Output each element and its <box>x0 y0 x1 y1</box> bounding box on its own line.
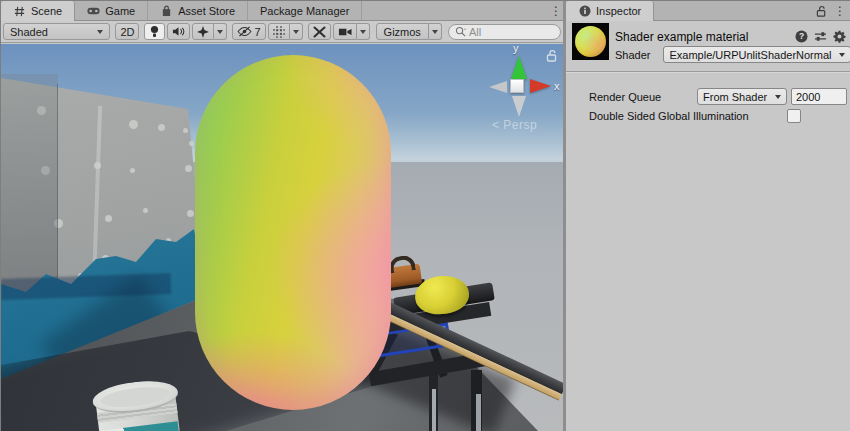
material-name: Shader example material <box>615 30 748 44</box>
scene-panel: Scene Game Asset Store Package Manager ⋮ <box>1 1 563 431</box>
eye-off-icon <box>237 26 252 37</box>
material-preview-sphere <box>575 26 606 57</box>
paint-bucket <box>91 377 183 431</box>
gizmo-center-cube[interactable] <box>510 79 524 93</box>
tab-package-manager[interactable]: Package Manager <box>248 1 362 20</box>
tabbar-spacer <box>654 1 816 20</box>
inspector-panel: Inspector ⋮ Shader example material ? <box>566 1 850 431</box>
lightbulb-icon <box>149 25 160 38</box>
component-tools-button[interactable] <box>308 23 331 40</box>
effects-icon <box>197 26 209 38</box>
tab-label: Package Manager <box>260 5 349 17</box>
neg-y-axis-cone[interactable] <box>512 96 526 117</box>
grid-icon <box>13 5 26 18</box>
audio-icon <box>172 26 185 37</box>
tab-label: Scene <box>31 5 62 17</box>
gamepad-icon <box>87 4 100 17</box>
y-axis-cone[interactable] <box>511 56 527 79</box>
chevron-down-icon <box>360 30 366 34</box>
audio-toggle-button[interactable] <box>167 23 190 40</box>
grid-dropdown-button[interactable] <box>290 23 303 40</box>
gizmos-split-button: Gizmos <box>376 23 442 40</box>
info-icon <box>578 5 591 18</box>
tab-label: Game <box>105 5 135 17</box>
hidden-count: 7 <box>254 26 260 38</box>
material-preview[interactable] <box>572 23 609 60</box>
search-icon <box>455 26 466 37</box>
tab-game[interactable]: Game <box>75 1 148 20</box>
bench-metal-leg <box>476 394 481 431</box>
toggle-2d-button[interactable]: 2D <box>115 23 139 40</box>
shader-label: Shader <box>615 49 650 61</box>
section-divider <box>566 71 850 73</box>
shading-mode-dropdown[interactable]: Shaded <box>3 23 110 40</box>
snap-grid-button[interactable] <box>268 23 290 40</box>
tab-label: Inspector <box>596 5 641 17</box>
scene-visibility-button[interactable]: 7 <box>232 23 265 40</box>
lock-icon[interactable] <box>546 49 558 62</box>
gizmos-dropdown-button[interactable] <box>429 23 442 40</box>
projection-label[interactable]: < Persp <box>492 118 537 132</box>
tab-scene[interactable]: Scene <box>1 1 75 21</box>
gear-icon[interactable] <box>833 30 846 43</box>
capsule-object[interactable] <box>195 55 391 410</box>
chevron-down-icon <box>775 95 781 99</box>
svg-text:?: ? <box>799 31 804 41</box>
snap-grid-icon <box>273 26 285 38</box>
chevron-down-icon <box>432 30 438 34</box>
gizmos-button[interactable]: Gizmos <box>376 23 429 40</box>
inspector-menu-button[interactable]: ⋮ <box>833 1 847 20</box>
x-axis-label: x <box>554 80 560 92</box>
scene-tabbar: Scene Game Asset Store Package Manager ⋮ <box>1 1 563 21</box>
bench-metal-leg <box>432 389 436 431</box>
help-icon[interactable]: ? <box>795 30 808 43</box>
camera-button[interactable] <box>333 23 357 40</box>
camera-dropdown-button[interactable] <box>357 23 370 40</box>
x-axis-cone[interactable] <box>530 79 551 93</box>
effects-dropdown-button[interactable] <box>214 23 227 40</box>
camera-split-button <box>333 23 370 40</box>
chevron-down-icon <box>839 53 845 57</box>
render-queue-dropdown[interactable]: From Shader <box>697 88 787 105</box>
tab-asset-store[interactable]: Asset Store <box>148 1 248 20</box>
unity-editor-window: Scene Game Asset Store Package Manager ⋮ <box>0 0 850 431</box>
chevron-down-icon <box>293 30 299 34</box>
shader-dropdown[interactable]: Example/URPUnlitShaderNormal <box>663 46 850 63</box>
presets-icon[interactable] <box>814 30 827 43</box>
chevron-down-icon <box>97 30 103 34</box>
chevron-down-icon <box>217 30 223 34</box>
tab-inspector[interactable]: Inspector <box>566 1 654 21</box>
double-sided-gi-label: Double Sided Global Illumination <box>589 110 749 122</box>
tabbar-spacer <box>362 1 549 20</box>
double-sided-gi-checkbox[interactable] <box>787 109 801 123</box>
lighting-toggle-button[interactable] <box>144 23 165 40</box>
scene-search-box[interactable] <box>448 24 561 40</box>
scene-toolbar: Shaded 2D <box>1 21 563 43</box>
tab-label: Asset Store <box>178 5 235 17</box>
effects-toggle-button[interactable] <box>192 23 214 40</box>
effects-split-button <box>192 23 227 40</box>
neg-x-axis-cone[interactable] <box>489 81 507 93</box>
inspector-tabbar: Inspector ⋮ <box>566 1 850 21</box>
scene-panel-menu-button[interactable]: ⋮ <box>549 1 563 20</box>
render-queue-value-field[interactable] <box>791 88 847 105</box>
tools-icon <box>313 26 326 38</box>
grid-split-button <box>268 23 303 40</box>
camera-icon <box>338 27 352 37</box>
bag-icon <box>160 4 173 17</box>
search-input[interactable] <box>469 26 549 38</box>
scene-viewport[interactable]: y x < Persp <box>1 44 563 431</box>
y-axis-label: y <box>513 44 519 54</box>
render-queue-label: Render Queue <box>589 91 661 103</box>
material-header: Shader example material ? Shader Example… <box>566 22 850 66</box>
lock-icon[interactable] <box>816 5 827 17</box>
